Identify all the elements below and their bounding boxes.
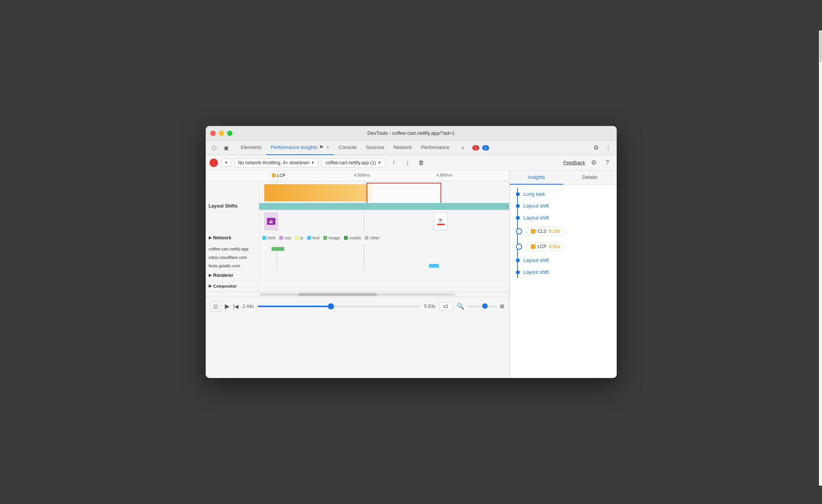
tab-warning-icon: ⚑ [319,144,324,150]
link-layout-shift-4[interactable]: Layout shift [524,269,549,275]
layout-shifts-track[interactable]: ☕ ☕ [259,181,509,231]
lcp-val-badge: LCP 3.31s [526,242,565,251]
network-row-3: fonts.gstatic.com [206,262,509,270]
tab-performance-insights[interactable]: Performance insights ⚑ ✕ [266,141,334,155]
record-dropdown[interactable]: ▼ [221,159,232,167]
screenshot-view-icon[interactable]: ⊡ [210,301,221,312]
scrollbar-thumb[interactable] [298,293,377,296]
tab-insights[interactable]: Insights [510,170,563,185]
dot-layout-shift-1 [516,204,520,208]
legend-items: html css js [262,234,380,242]
main-content: 3,200ms 4,000ms 4,800ms LCP Layou [206,170,617,378]
devtools-window: DevTools - coffee-cart.netlify.app/?ad=1… [206,126,617,378]
tab-close-icon[interactable]: ✕ [326,145,329,150]
link-layout-shift-2[interactable]: Layout shift [524,215,549,221]
dot-layout-shift-4 [516,270,520,274]
play-button[interactable]: ▶ [225,303,229,310]
legend-image: image [323,236,340,240]
image-color [323,236,327,240]
legend-other: other [365,236,380,240]
link-long-task[interactable]: Long task [524,191,545,197]
expand-arrow-icon[interactable]: › [507,203,508,209]
network-throttle-dropdown[interactable]: No network throttling, 4× slowdown ▼ [234,158,318,167]
network-label[interactable]: ▶ Network [206,231,259,244]
compositor-label[interactable]: ▶ Compositor [206,281,259,291]
download-icon[interactable]: ↓ [402,157,413,168]
scrollbar-track [259,293,455,296]
lcp-badge: LCP [269,172,288,179]
speed-badge[interactable]: x1 [439,302,453,311]
legend-html: html [262,236,276,240]
tab-network[interactable]: Network [389,141,416,155]
url-arrow-icon: ▼ [377,160,381,165]
tab-details[interactable]: Details [563,170,617,185]
more-tabs-button[interactable]: » [458,145,467,151]
zoom-in-icon[interactable]: ⊕ [499,303,504,310]
more-options-icon[interactable]: ⋮ [603,142,614,153]
insights-container: Long task Layout shift Layout shift [510,188,617,278]
network-row-2: cdnjs.cloudflare.com [206,253,509,262]
settings2-icon[interactable]: ⚙ [588,157,599,168]
legend-css: css [279,236,291,240]
scrubber-track[interactable] [258,306,421,307]
maximize-button[interactable] [227,131,233,136]
legend-font: font [307,236,319,240]
tab-sources[interactable]: Sources [362,141,389,155]
tick-4800: 4,800ms [436,173,452,177]
screenshot-thumb-2[interactable]: ☕ [434,213,448,230]
screenshot-thumb-1[interactable]: ☕ [264,213,278,230]
horizontal-scrollbar[interactable] [206,291,509,297]
lcp-color-square2 [531,244,535,249]
js-color [295,236,299,240]
tab-elements[interactable]: Elements [236,141,266,155]
link-layout-shift-1[interactable]: Layout shift [524,203,549,209]
feedback-link[interactable]: Feedback [563,160,585,165]
cursor-icon[interactable]: ⬡ [209,142,219,153]
renderer-row: ▶ Renderer [206,270,509,281]
time-end-label: 5.93s [424,304,435,309]
network-row-label-2: cdnjs.cloudflare.com [206,253,259,261]
zoom-control: 🔍 ⊕ [457,303,504,310]
tick-4000: 4,000ms [354,173,370,177]
media-color [344,236,348,240]
network-row-content-3 [259,262,509,270]
insight-layout-shift-3: Layout shift [510,254,617,266]
minimize-button[interactable] [219,131,224,136]
link-layout-shift-3[interactable]: Layout shift [524,257,549,263]
inspect-icon[interactable]: ▣ [221,142,232,153]
insight-layout-shift-2: Layout shift [510,212,617,224]
url-dropdown[interactable]: coffee-cart.netlify.app (1) ▼ [321,158,386,167]
trash-icon[interactable]: 🗑 [416,157,427,168]
tab-performance[interactable]: Performance [416,141,454,155]
insight-cls: CLS 0.193 [510,224,617,239]
tab-console[interactable]: Console [334,141,362,155]
help-icon[interactable]: ? [602,157,613,168]
insights-list: Long task Layout shift Layout shift [510,185,617,378]
dot-long-task [516,192,520,196]
cls-circle-marker [516,228,522,234]
dropdown-arrow-icon: ▼ [224,160,228,165]
right-tabs: Insights Details [510,170,617,185]
network-row-1: coffee-cart.netlify.app [206,245,509,253]
upload-icon[interactable]: ↑ [388,157,399,168]
scrubber-thumb[interactable] [328,303,334,309]
close-button[interactable] [210,131,216,136]
skip-to-start-button[interactable]: |◀ [233,303,239,309]
record-button[interactable] [210,159,218,167]
thumb-content-1: ☕ [265,213,278,230]
zoom-out-icon[interactable]: 🔍 [457,303,464,310]
legend-media: media [344,236,361,240]
lcp-circle-marker [516,244,522,250]
time-start-label: 2.44s [242,304,254,309]
renderer-label[interactable]: ▶ Renderer [206,270,259,280]
message-badge: 1 [482,145,489,151]
settings-icon[interactable]: ⚙ [591,142,601,153]
timeline-header: 3,200ms 4,000ms 4,800ms LCP [206,170,509,181]
compositor-row: ▶ Compositor [206,281,509,291]
teal-bar [259,203,509,210]
renderer-arrow-icon: ▶ [209,273,212,277]
network-row-label-1: coffee-cart.netlify.app [206,245,259,253]
zoom-track[interactable] [467,306,497,307]
dot-layout-shift-3 [516,259,520,262]
zoom-thumb[interactable] [482,303,488,309]
